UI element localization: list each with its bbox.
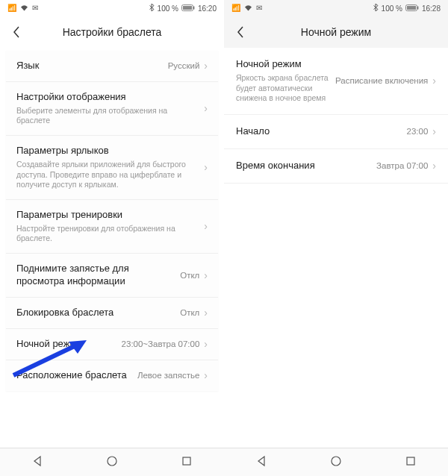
chevron-right-icon: › (204, 102, 208, 114)
nav-back-icon[interactable] (255, 455, 267, 470)
status-right: 100 % 16:20 (149, 4, 217, 13)
clock-time: 16:20 (198, 4, 217, 13)
phone-right: 📶 ✉ 100 % 16:28 Ночной режим Ночной режи… (224, 0, 448, 476)
status-bar: 📶 ✉ 100 % 16:28 (224, 0, 448, 16)
page-title: Настройки браслета (27, 26, 197, 38)
mail-icon: ✉ (256, 4, 262, 12)
wifi-icon (20, 4, 28, 13)
row-night-mode[interactable]: Ночной режим 23:00~Завтра 07:00 › (6, 329, 218, 360)
status-right: 100 % 16:28 (373, 4, 441, 13)
row-value: Левое запястье (137, 371, 199, 380)
nav-recent-icon[interactable] (181, 455, 193, 470)
svg-point-10 (332, 457, 340, 466)
svg-rect-4 (183, 457, 190, 465)
row-start-time[interactable]: Начало 23:00 › (224, 115, 448, 149)
page-title: Ночной режим (251, 26, 421, 38)
battery-icon (181, 4, 195, 13)
row-title: Блокировка браслета (16, 307, 174, 319)
signal-icon: 📶 (7, 4, 16, 12)
chevron-right-icon: › (204, 60, 208, 72)
chevron-right-icon: › (204, 307, 208, 319)
night-mode-list: Ночной режим Яркость экрана браслета буд… (224, 48, 448, 448)
row-title: Поднимите запястье для просмотра информа… (16, 263, 174, 288)
row-value: Завтра 07:00 (376, 161, 428, 170)
row-value: Откл (180, 271, 199, 280)
nav-home-icon[interactable] (330, 455, 342, 470)
row-title: Расположение браслета (16, 369, 131, 382)
android-nav-bar (0, 448, 224, 476)
row-value: 23:00~Завтра 07:00 (122, 339, 200, 348)
row-display-settings[interactable]: Настройки отображения Выберите элементы … (6, 82, 218, 136)
status-left-icons: 📶 ✉ (231, 4, 262, 13)
row-title: Параметры ярлыков (16, 145, 193, 157)
app-header: Настройки браслета (0, 16, 224, 48)
row-subtitle: Создавайте ярлыки приложений для быстрог… (16, 160, 193, 190)
row-night-mode-schedule[interactable]: Ночной режим Яркость экрана браслета буд… (224, 48, 448, 115)
row-title: Ночной режим (236, 58, 329, 71)
chevron-right-icon: › (432, 125, 436, 137)
nav-back-icon[interactable] (31, 455, 43, 470)
back-button[interactable] (230, 22, 251, 43)
row-band-lock[interactable]: Блокировка браслета Откл › (6, 298, 218, 329)
row-workout-params[interactable]: Параметры тренировки Настройте тренировк… (6, 200, 218, 254)
wifi-icon (244, 4, 252, 13)
battery-icon (405, 4, 419, 13)
row-subtitle: Выберите элементы для отображения на бра… (16, 106, 193, 126)
row-raise-to-wake[interactable]: Поднимите запястье для просмотра информа… (6, 254, 218, 298)
battery-percent: 100 % (158, 4, 178, 13)
bluetooth-icon (149, 4, 155, 13)
chevron-right-icon: › (432, 160, 436, 172)
row-value: Расписание включения (335, 76, 428, 85)
row-title: Параметры тренировки (16, 209, 193, 222)
row-value: Русский (168, 61, 200, 70)
signal-icon: 📶 (231, 4, 240, 12)
nav-recent-icon[interactable] (405, 455, 417, 470)
bluetooth-icon (373, 4, 379, 13)
settings-list: Язык Русский › Настройки отображения Выб… (0, 48, 224, 448)
chevron-right-icon: › (204, 161, 208, 173)
row-language[interactable]: Язык Русский › (6, 51, 218, 82)
clock-time: 16:28 (422, 4, 441, 13)
chevron-right-icon: › (204, 220, 208, 232)
phone-left: 📶 ✉ 100 % 16:20 Настройки браслета (0, 0, 224, 476)
svg-rect-8 (417, 6, 419, 9)
row-subtitle: Настройте тренировки для отображения на … (16, 224, 193, 244)
nav-home-icon[interactable] (106, 455, 118, 470)
row-title: Ночной режим (16, 338, 116, 351)
row-value: 23:00 (407, 127, 429, 136)
row-shortcut-params[interactable]: Параметры ярлыков Создавайте ярлыки прил… (6, 136, 218, 200)
chevron-right-icon: › (204, 338, 208, 350)
row-end-time[interactable]: Время окончания Завтра 07:00 › (224, 149, 448, 184)
chevron-right-icon: › (432, 75, 436, 87)
row-title: Начало (236, 125, 401, 138)
svg-point-3 (108, 457, 116, 466)
row-subtitle: Яркость экрана браслета будет автоматиче… (236, 73, 329, 104)
chevron-right-icon: › (204, 369, 208, 381)
status-bar: 📶 ✉ 100 % 16:20 (0, 0, 224, 16)
row-title: Время окончания (236, 160, 370, 172)
svg-rect-1 (193, 6, 195, 9)
status-left-icons: 📶 ✉ (7, 4, 38, 13)
svg-rect-11 (407, 457, 414, 465)
row-title: Язык (16, 60, 162, 72)
back-button[interactable] (6, 22, 27, 43)
mail-icon: ✉ (32, 4, 38, 12)
chevron-right-icon: › (204, 269, 208, 281)
settings-card: Язык Русский › Настройки отображения Выб… (6, 51, 218, 391)
row-band-location[interactable]: Расположение браслета Левое запястье › (6, 360, 218, 391)
row-title: Настройки отображения (16, 91, 193, 104)
app-header: Ночной режим (224, 16, 448, 48)
battery-percent: 100 % (382, 4, 402, 13)
row-value: Откл (180, 308, 199, 317)
android-nav-bar (224, 448, 448, 476)
svg-rect-9 (407, 6, 416, 10)
svg-rect-2 (183, 6, 192, 10)
